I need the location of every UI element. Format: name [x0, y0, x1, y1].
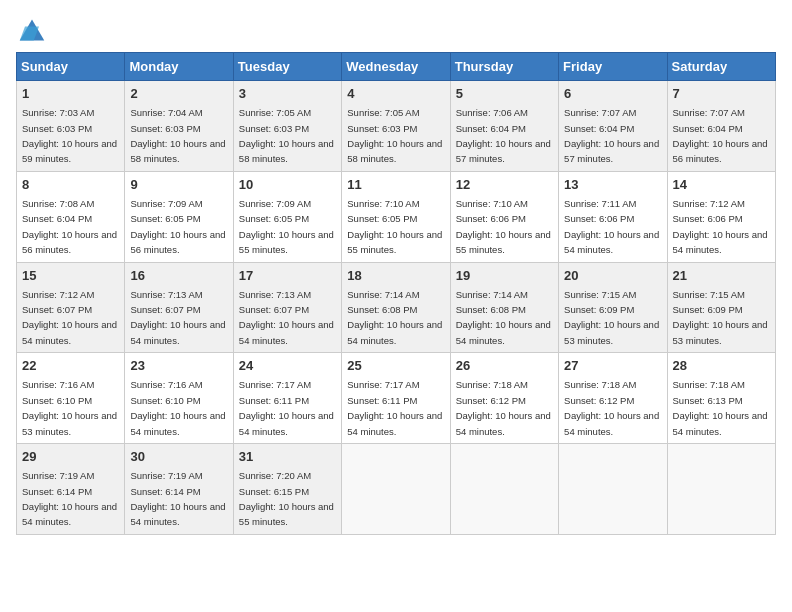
calendar-cell: 20 Sunrise: 7:15 AMSunset: 6:09 PMDaylig… [559, 262, 667, 353]
calendar-cell: 29 Sunrise: 7:19 AMSunset: 6:14 PMDaylig… [17, 444, 125, 535]
calendar-cell: 18 Sunrise: 7:14 AMSunset: 6:08 PMDaylig… [342, 262, 450, 353]
day-info: Sunrise: 7:13 AMSunset: 6:07 PMDaylight:… [239, 289, 334, 346]
calendar-cell: 8 Sunrise: 7:08 AMSunset: 6:04 PMDayligh… [17, 171, 125, 262]
day-info: Sunrise: 7:16 AMSunset: 6:10 PMDaylight:… [22, 379, 117, 436]
calendar-cell [342, 444, 450, 535]
day-number: 21 [673, 267, 770, 285]
calendar-cell: 9 Sunrise: 7:09 AMSunset: 6:05 PMDayligh… [125, 171, 233, 262]
calendar-header: SundayMondayTuesdayWednesdayThursdayFrid… [17, 53, 776, 81]
calendar-cell: 24 Sunrise: 7:17 AMSunset: 6:11 PMDaylig… [233, 353, 341, 444]
calendar-cell: 14 Sunrise: 7:12 AMSunset: 6:06 PMDaylig… [667, 171, 775, 262]
day-info: Sunrise: 7:20 AMSunset: 6:15 PMDaylight:… [239, 470, 334, 527]
day-info: Sunrise: 7:10 AMSunset: 6:06 PMDaylight:… [456, 198, 551, 255]
day-number: 19 [456, 267, 553, 285]
day-info: Sunrise: 7:05 AMSunset: 6:03 PMDaylight:… [239, 107, 334, 164]
calendar-cell: 3 Sunrise: 7:05 AMSunset: 6:03 PMDayligh… [233, 81, 341, 172]
day-info: Sunrise: 7:12 AMSunset: 6:07 PMDaylight:… [22, 289, 117, 346]
day-info: Sunrise: 7:12 AMSunset: 6:06 PMDaylight:… [673, 198, 768, 255]
day-info: Sunrise: 7:16 AMSunset: 6:10 PMDaylight:… [130, 379, 225, 436]
calendar-cell: 27 Sunrise: 7:18 AMSunset: 6:12 PMDaylig… [559, 353, 667, 444]
day-info: Sunrise: 7:09 AMSunset: 6:05 PMDaylight:… [239, 198, 334, 255]
calendar-cell: 25 Sunrise: 7:17 AMSunset: 6:11 PMDaylig… [342, 353, 450, 444]
calendar-table: SundayMondayTuesdayWednesdayThursdayFrid… [16, 52, 776, 535]
day-info: Sunrise: 7:11 AMSunset: 6:06 PMDaylight:… [564, 198, 659, 255]
calendar-cell: 19 Sunrise: 7:14 AMSunset: 6:08 PMDaylig… [450, 262, 558, 353]
week-row-5: 29 Sunrise: 7:19 AMSunset: 6:14 PMDaylig… [17, 444, 776, 535]
day-info: Sunrise: 7:07 AMSunset: 6:04 PMDaylight:… [564, 107, 659, 164]
day-info: Sunrise: 7:19 AMSunset: 6:14 PMDaylight:… [130, 470, 225, 527]
day-number: 2 [130, 85, 227, 103]
header-row: SundayMondayTuesdayWednesdayThursdayFrid… [17, 53, 776, 81]
week-row-1: 1 Sunrise: 7:03 AMSunset: 6:03 PMDayligh… [17, 81, 776, 172]
calendar-cell: 6 Sunrise: 7:07 AMSunset: 6:04 PMDayligh… [559, 81, 667, 172]
day-info: Sunrise: 7:18 AMSunset: 6:12 PMDaylight:… [564, 379, 659, 436]
header-day-thursday: Thursday [450, 53, 558, 81]
day-number: 30 [130, 448, 227, 466]
calendar-cell: 22 Sunrise: 7:16 AMSunset: 6:10 PMDaylig… [17, 353, 125, 444]
day-number: 31 [239, 448, 336, 466]
day-number: 4 [347, 85, 444, 103]
calendar-cell: 5 Sunrise: 7:06 AMSunset: 6:04 PMDayligh… [450, 81, 558, 172]
day-number: 28 [673, 357, 770, 375]
day-number: 27 [564, 357, 661, 375]
calendar-cell: 13 Sunrise: 7:11 AMSunset: 6:06 PMDaylig… [559, 171, 667, 262]
day-info: Sunrise: 7:06 AMSunset: 6:04 PMDaylight:… [456, 107, 551, 164]
day-number: 6 [564, 85, 661, 103]
day-number: 15 [22, 267, 119, 285]
calendar-cell: 21 Sunrise: 7:15 AMSunset: 6:09 PMDaylig… [667, 262, 775, 353]
day-number: 24 [239, 357, 336, 375]
day-number: 9 [130, 176, 227, 194]
calendar-cell: 11 Sunrise: 7:10 AMSunset: 6:05 PMDaylig… [342, 171, 450, 262]
day-number: 26 [456, 357, 553, 375]
day-number: 14 [673, 176, 770, 194]
day-info: Sunrise: 7:19 AMSunset: 6:14 PMDaylight:… [22, 470, 117, 527]
header-day-monday: Monday [125, 53, 233, 81]
day-info: Sunrise: 7:03 AMSunset: 6:03 PMDaylight:… [22, 107, 117, 164]
calendar-cell: 4 Sunrise: 7:05 AMSunset: 6:03 PMDayligh… [342, 81, 450, 172]
day-info: Sunrise: 7:17 AMSunset: 6:11 PMDaylight:… [239, 379, 334, 436]
day-info: Sunrise: 7:04 AMSunset: 6:03 PMDaylight:… [130, 107, 225, 164]
day-number: 13 [564, 176, 661, 194]
calendar-cell: 30 Sunrise: 7:19 AMSunset: 6:14 PMDaylig… [125, 444, 233, 535]
calendar-cell: 16 Sunrise: 7:13 AMSunset: 6:07 PMDaylig… [125, 262, 233, 353]
day-info: Sunrise: 7:14 AMSunset: 6:08 PMDaylight:… [456, 289, 551, 346]
header-day-tuesday: Tuesday [233, 53, 341, 81]
logo [16, 16, 52, 44]
day-number: 18 [347, 267, 444, 285]
calendar-cell: 15 Sunrise: 7:12 AMSunset: 6:07 PMDaylig… [17, 262, 125, 353]
day-info: Sunrise: 7:18 AMSunset: 6:12 PMDaylight:… [456, 379, 551, 436]
week-row-2: 8 Sunrise: 7:08 AMSunset: 6:04 PMDayligh… [17, 171, 776, 262]
day-number: 12 [456, 176, 553, 194]
calendar-cell: 17 Sunrise: 7:13 AMSunset: 6:07 PMDaylig… [233, 262, 341, 353]
day-info: Sunrise: 7:09 AMSunset: 6:05 PMDaylight:… [130, 198, 225, 255]
day-number: 5 [456, 85, 553, 103]
calendar-cell [559, 444, 667, 535]
day-info: Sunrise: 7:18 AMSunset: 6:13 PMDaylight:… [673, 379, 768, 436]
day-number: 3 [239, 85, 336, 103]
calendar-cell: 31 Sunrise: 7:20 AMSunset: 6:15 PMDaylig… [233, 444, 341, 535]
page-header [16, 16, 776, 44]
calendar-cell: 1 Sunrise: 7:03 AMSunset: 6:03 PMDayligh… [17, 81, 125, 172]
day-info: Sunrise: 7:10 AMSunset: 6:05 PMDaylight:… [347, 198, 442, 255]
day-number: 17 [239, 267, 336, 285]
day-info: Sunrise: 7:08 AMSunset: 6:04 PMDaylight:… [22, 198, 117, 255]
day-info: Sunrise: 7:14 AMSunset: 6:08 PMDaylight:… [347, 289, 442, 346]
logo-icon [16, 16, 48, 44]
day-info: Sunrise: 7:17 AMSunset: 6:11 PMDaylight:… [347, 379, 442, 436]
day-info: Sunrise: 7:07 AMSunset: 6:04 PMDaylight:… [673, 107, 768, 164]
header-day-friday: Friday [559, 53, 667, 81]
day-number: 8 [22, 176, 119, 194]
day-info: Sunrise: 7:13 AMSunset: 6:07 PMDaylight:… [130, 289, 225, 346]
day-info: Sunrise: 7:05 AMSunset: 6:03 PMDaylight:… [347, 107, 442, 164]
day-number: 11 [347, 176, 444, 194]
header-day-sunday: Sunday [17, 53, 125, 81]
day-number: 29 [22, 448, 119, 466]
day-number: 10 [239, 176, 336, 194]
day-number: 7 [673, 85, 770, 103]
calendar-cell: 12 Sunrise: 7:10 AMSunset: 6:06 PMDaylig… [450, 171, 558, 262]
header-day-saturday: Saturday [667, 53, 775, 81]
header-day-wednesday: Wednesday [342, 53, 450, 81]
day-number: 20 [564, 267, 661, 285]
calendar-cell: 7 Sunrise: 7:07 AMSunset: 6:04 PMDayligh… [667, 81, 775, 172]
day-info: Sunrise: 7:15 AMSunset: 6:09 PMDaylight:… [564, 289, 659, 346]
